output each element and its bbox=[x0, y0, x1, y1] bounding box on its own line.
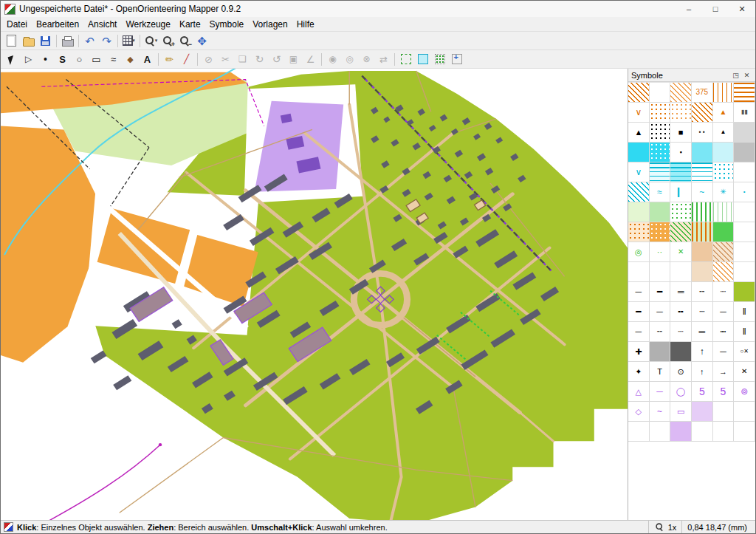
zoom-tool-button[interactable]: ▾ bbox=[142, 32, 159, 49]
symbol-cell-56[interactable] bbox=[670, 262, 692, 282]
symbol-cell-92[interactable]: ◯ bbox=[670, 382, 692, 402]
symbol-cell-43[interactable] bbox=[650, 222, 671, 242]
title-bar[interactable]: Ungespeicherte Datei* - OpenOrienteering… bbox=[1, 1, 755, 17]
symbol-cell-25[interactable] bbox=[650, 162, 671, 182]
symbol-cell-2[interactable] bbox=[670, 83, 692, 103]
draw-rectangle-button[interactable]: ▭ bbox=[88, 51, 105, 67]
symbol-cell-102[interactable] bbox=[628, 422, 650, 442]
draw-point-button[interactable]: • bbox=[37, 51, 54, 67]
symbol-cell-74[interactable]: ┈ bbox=[670, 322, 692, 342]
symbol-cell-82[interactable]: ─ bbox=[713, 342, 735, 362]
symbol-cell-89[interactable]: ✕ bbox=[734, 362, 755, 382]
symbol-cell-91[interactable]: ─ bbox=[650, 382, 671, 402]
symbol-cell-29[interactable] bbox=[734, 162, 755, 182]
symbol-cell-12[interactable]: ▲ bbox=[628, 123, 650, 143]
symbol-cell-98[interactable]: ▭ bbox=[670, 402, 692, 422]
print-button[interactable] bbox=[59, 32, 76, 49]
symbol-cell-101[interactable] bbox=[734, 402, 755, 422]
symbol-cell-90[interactable]: △ bbox=[628, 382, 650, 402]
rotate-object-button[interactable]: ↻ bbox=[251, 51, 268, 67]
symbol-cell-80[interactable] bbox=[670, 342, 692, 362]
symbol-cell-20[interactable]: ▪ bbox=[670, 143, 692, 162]
menu-bearbeiten[interactable]: Bearbeiten bbox=[32, 18, 83, 31]
symbol-cell-88[interactable]: → bbox=[713, 362, 735, 382]
symbol-cell-0[interactable] bbox=[628, 83, 650, 103]
symbol-cell-75[interactable]: ═ bbox=[692, 322, 713, 342]
symbol-cell-50[interactable]: ✕ bbox=[670, 242, 692, 262]
symbol-cell-63[interactable]: ╌ bbox=[692, 282, 713, 302]
symbol-cell-48[interactable]: ◎ bbox=[628, 242, 650, 262]
redo-button[interactable]: ↷ bbox=[98, 32, 115, 49]
symbol-cell-58[interactable] bbox=[713, 262, 735, 282]
save-file-button[interactable] bbox=[37, 32, 54, 49]
symbol-cell-100[interactable] bbox=[713, 402, 735, 422]
symbol-cell-23[interactable] bbox=[734, 143, 755, 162]
symbol-cell-77[interactable]: ‖ bbox=[734, 322, 755, 342]
symbol-cell-84[interactable]: ✦ bbox=[628, 362, 650, 382]
draw-text-button[interactable]: A bbox=[139, 51, 156, 67]
edit-lines-button[interactable]: ▷ bbox=[20, 51, 37, 67]
symbol-cell-46[interactable] bbox=[713, 222, 735, 242]
draw-fill-button[interactable]: ◆ bbox=[122, 51, 139, 67]
template-visibility-button[interactable] bbox=[414, 51, 431, 67]
symbol-cell-73[interactable]: ╌ bbox=[650, 322, 671, 342]
symbol-cell-51[interactable] bbox=[692, 242, 713, 262]
symbol-cell-52[interactable] bbox=[713, 242, 735, 262]
symbol-cell-47[interactable] bbox=[734, 222, 755, 242]
symbol-cell-32[interactable]: ▎ bbox=[670, 182, 692, 202]
symbol-cell-22[interactable] bbox=[713, 143, 735, 162]
paint-on-template-button[interactable] bbox=[397, 51, 414, 67]
menu-hilfe[interactable]: Hilfe bbox=[292, 18, 319, 31]
symbol-cell-97[interactable]: ~ bbox=[650, 402, 671, 422]
symbol-cell-104[interactable] bbox=[670, 422, 692, 442]
undo-button[interactable]: ↶ bbox=[81, 32, 98, 49]
symbol-cell-99[interactable] bbox=[692, 402, 713, 422]
symbol-cell-8[interactable] bbox=[670, 103, 692, 123]
symbol-cell-21[interactable] bbox=[692, 143, 713, 162]
draw-circle-button[interactable]: ○ bbox=[71, 51, 88, 67]
symbols-panel-header[interactable]: Symbole ◳ ✕ bbox=[628, 69, 755, 82]
symbol-cell-30[interactable] bbox=[628, 182, 650, 202]
new-file-button[interactable] bbox=[3, 32, 20, 49]
symbol-cell-68[interactable]: ╍ bbox=[670, 302, 692, 322]
symbol-cell-49[interactable]: ·· bbox=[650, 242, 671, 262]
symbol-cell-10[interactable]: ▲ bbox=[713, 103, 735, 123]
symbol-cell-27[interactable] bbox=[692, 162, 713, 182]
purple-route-point[interactable] bbox=[159, 443, 162, 446]
symbol-cell-5[interactable] bbox=[734, 83, 755, 103]
symbol-cell-64[interactable]: ┈ bbox=[713, 282, 735, 302]
symbol-cell-42[interactable] bbox=[628, 222, 650, 242]
symbol-cell-86[interactable]: ⊙ bbox=[670, 362, 692, 382]
symbol-cell-44[interactable] bbox=[670, 222, 692, 242]
symbol-cell-24[interactable]: ∨ bbox=[628, 162, 650, 182]
zoom-in-button[interactable]: + bbox=[159, 32, 176, 49]
menu-karte[interactable]: Karte bbox=[175, 18, 205, 31]
cut-hole-button[interactable]: ❏ bbox=[234, 51, 251, 67]
symbol-cell-28[interactable] bbox=[713, 162, 735, 182]
menu-ansicht[interactable]: Ansicht bbox=[83, 18, 121, 31]
symbol-cell-87[interactable]: ↑ bbox=[692, 362, 713, 382]
symbol-cell-35[interactable]: • bbox=[734, 182, 755, 202]
maximize-button[interactable]: □ bbox=[702, 1, 729, 17]
symbol-cell-72[interactable]: ─ bbox=[628, 322, 650, 342]
close-button[interactable]: ✕ bbox=[729, 1, 755, 17]
pan-map-button[interactable]: ✥ bbox=[193, 32, 210, 49]
symbol-cell-70[interactable]: ─ bbox=[713, 302, 735, 322]
symbol-cell-66[interactable]: ━ bbox=[628, 302, 650, 322]
zoom-out-button[interactable]: − bbox=[176, 32, 193, 49]
symbol-cell-106[interactable] bbox=[713, 422, 735, 442]
symbol-cell-38[interactable] bbox=[670, 202, 692, 222]
symbol-cell-41[interactable] bbox=[734, 202, 755, 222]
status-zoom-cell[interactable]: 1x bbox=[648, 521, 682, 533]
symbol-cell-81[interactable]: ↑ bbox=[692, 342, 713, 362]
symbol-cell-78[interactable]: ✚ bbox=[628, 342, 650, 362]
symbol-cell-65[interactable] bbox=[734, 282, 755, 302]
symbol-cell-18[interactable] bbox=[628, 143, 650, 162]
cut-object-button[interactable]: ✂ bbox=[217, 51, 234, 67]
symbol-cell-15[interactable]: ▪ ▪ bbox=[692, 123, 713, 143]
symbol-cell-93[interactable]: 5 bbox=[692, 382, 713, 402]
symbol-cell-55[interactable] bbox=[650, 262, 671, 282]
symbol-cell-76[interactable]: ┉ bbox=[713, 322, 735, 342]
edit-objects-button[interactable] bbox=[3, 51, 20, 67]
symbol-cell-36[interactable] bbox=[628, 202, 650, 222]
